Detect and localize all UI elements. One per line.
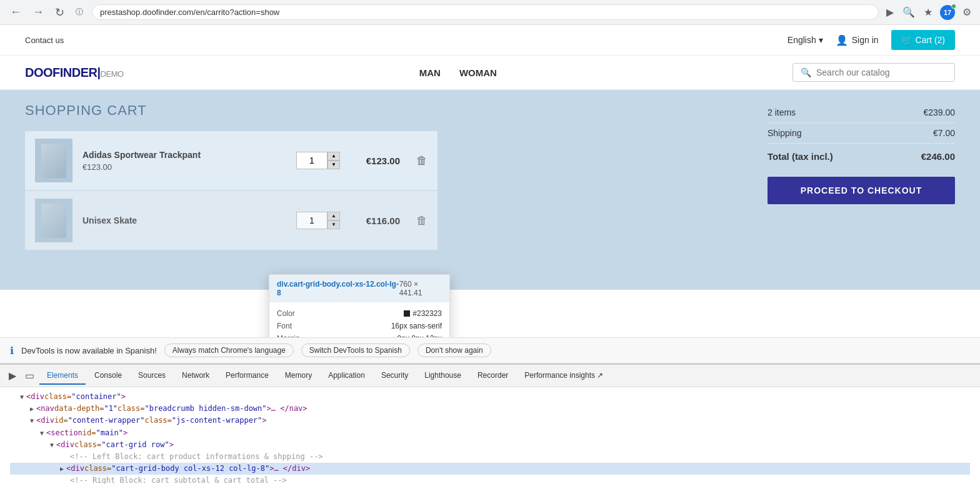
code-line: ▼ <div id="content-wrapper" class="js-co… [10,415,970,427]
refresh-button[interactable]: ↻ [52,4,67,21]
search-input[interactable] [816,67,947,77]
cart-item: Unisex Skate ▲ ▼ €116.00 🗑 [25,191,438,250]
cart-button[interactable]: 🛒 Cart (2) [891,30,955,50]
screen-cast-icon[interactable]: ▶ [885,5,895,20]
devtools-panel: ▶ ▭ Elements Console Sources Network Per… [0,363,980,484]
page-content: Contact us English ▾ 👤 Sign in 🛒 Cart (2… [0,25,980,337]
expand-triangle[interactable]: ▼ [40,428,44,438]
cart-item-details: Adidas Sportwear Trackpant €123.00 [82,150,286,172]
items-label: 2 items [768,107,796,117]
summary-total-row: Total (tax incl.) €246.00 [768,146,955,167]
search-bar[interactable]: 🔍 [792,63,955,82]
total-label: Total (tax incl.) [768,151,833,162]
nav-links: MAN WOMAN [419,67,497,78]
cart-item-image [35,199,72,242]
code-line: ▼ <div class="cart-grid row"> [10,439,970,451]
tab-memory[interactable]: Memory [278,367,319,385]
logo: DOOFINDER|DEMO [25,66,124,80]
tab-recorder[interactable]: Recorder [470,367,516,385]
cart-item-qty-arrows: ▲ ▼ [328,212,340,229]
cart-item-delete-icon[interactable]: 🗑 [416,214,428,227]
devtools-notification: ℹ DevTools is now available in Spanish! … [0,337,980,363]
tab-performance-insights[interactable]: Performance insights ↗ [517,367,611,385]
expand-triangle[interactable]: ▼ [20,392,24,402]
tooltip-row-color: Color #232323 [277,307,442,320]
search-icon: 🔍 [801,67,811,77]
qty-up-arrow[interactable]: ▲ [328,152,340,161]
expand-triangle[interactable]: ▼ [30,416,34,426]
right-summary-panel: 2 items €239.00 Shipping €7.00 Total (ta… [768,102,955,204]
cart-item-qty-arrows: ▲ ▼ [328,152,340,169]
top-bar: Contact us English ▾ 👤 Sign in 🛒 Cart (2… [0,25,980,56]
extension-badge[interactable]: 17 [940,5,955,20]
cart-label: Cart (2) [916,35,945,45]
notify-message: DevTools is now available in Spanish! [21,346,157,355]
shipping-price: €7.00 [933,128,955,138]
browser-chrome: ← → ↻ ⓘ prestashop.doofinder.com/en/carr… [0,0,980,25]
info-icon: ℹ [10,345,14,357]
nav-man[interactable]: MAN [419,67,441,78]
cart-item-name: Adidas Sportwear Trackpant [82,150,286,160]
cart-item-qty-input[interactable] [296,152,328,169]
summary-items-row: 2 items €239.00 [768,102,955,123]
cart-item-qty-wrapper: ▲ ▼ [296,212,340,229]
summary-shipping-row: Shipping €7.00 [768,123,955,144]
tooltip-row-margin: Margin 0px 0px 12px [277,332,442,337]
back-button[interactable]: ← [8,4,24,20]
tab-sources[interactable]: Sources [131,367,173,385]
dont-show-again-button[interactable]: Don't show again [418,343,491,357]
view-site-info-button[interactable]: ⓘ [73,6,86,19]
tab-security[interactable]: Security [374,367,416,385]
total-price: €246.00 [921,151,955,162]
language-label: English [788,35,816,45]
contact-link[interactable]: Contact us [25,36,64,45]
top-bar-right: English ▾ 👤 Sign in 🛒 Cart (2) [788,30,955,50]
always-match-language-button[interactable]: Always match Chrome's language [164,343,294,357]
devtools-code-panel: ▼ <div class="container"> ▶ <nav data-de… [0,387,980,484]
nav-woman[interactable]: WOMAN [459,67,497,78]
devtools-tabs: ▶ ▭ Elements Console Sources Network Per… [0,365,980,387]
cart-item-qty-wrapper: ▲ ▼ [296,152,340,169]
qty-down-arrow[interactable]: ▼ [328,161,340,169]
cart-item-total: €123.00 [350,156,400,166]
switch-devtools-spanish-button[interactable]: Switch DevTools to Spanish [301,343,410,357]
tab-performance[interactable]: Performance [218,367,276,385]
code-line: <!-- Left Block: cart product informatio… [10,451,970,463]
bookmark-icon[interactable]: ★ [922,5,934,20]
browser-icons: ▶ 🔍 ★ 17 ⚙ [885,5,972,20]
devtools-inspect-icon[interactable]: ▶ [5,367,20,384]
cart-item-image [35,139,72,182]
devtools-device-icon[interactable]: ▭ [21,367,38,384]
checkout-button[interactable]: PROCEED TO CHECKOUT [768,177,955,204]
language-selector[interactable]: English ▾ [788,35,823,45]
tab-network[interactable]: Network [174,367,217,385]
code-line: ▼ <section id="main"> [10,427,970,439]
expand-triangle[interactable]: ▼ [50,440,54,450]
tab-elements[interactable]: Elements [39,367,86,385]
expand-triangle[interactable]: ▶ [60,464,64,474]
cart-area: Adidas Sportwear Trackpant €123.00 ▲ ▼ €… [25,131,438,250]
url-bar[interactable]: prestashop.doofinder.com/en/carrito?acti… [92,4,879,20]
qty-up-arrow[interactable]: ▲ [328,212,340,220]
cart-item-delete-icon[interactable]: 🗑 [416,154,428,167]
sign-in-label: Sign in [852,35,879,45]
sign-in-button[interactable]: 👤 Sign in [836,34,879,46]
forward-button[interactable]: → [30,4,46,20]
cart-item-qty-input[interactable] [296,212,328,229]
tab-application[interactable]: Application [321,367,372,385]
expand-triangle[interactable]: ▶ [30,404,34,414]
tab-console[interactable]: Console [87,367,129,385]
tooltip-header: div.cart-grid-body.col-xs-12.col-lg-8 76… [269,275,449,302]
shipping-label: Shipping [768,128,802,138]
zoom-icon[interactable]: 🔍 [901,5,916,20]
tooltip-selector: div.cart-grid-body.col-xs-12.col-lg-8 [277,280,399,297]
cart-item-details: Unisex Skate [82,215,286,225]
cart-item: Adidas Sportwear Trackpant €123.00 ▲ ▼ €… [25,131,438,190]
code-line: ▶ <nav data-depth="1" class="breadcrumb … [10,403,970,415]
code-line: <!-- Right Block: cart subtotal & cart t… [10,475,970,484]
cart-item-name: Unisex Skate [82,215,286,225]
settings-icon[interactable]: ⚙ [961,5,972,20]
tooltip-dims: 760 × 441.41 [399,280,442,297]
qty-down-arrow[interactable]: ▼ [328,220,340,229]
tab-lighthouse[interactable]: Lighthouse [417,367,469,385]
